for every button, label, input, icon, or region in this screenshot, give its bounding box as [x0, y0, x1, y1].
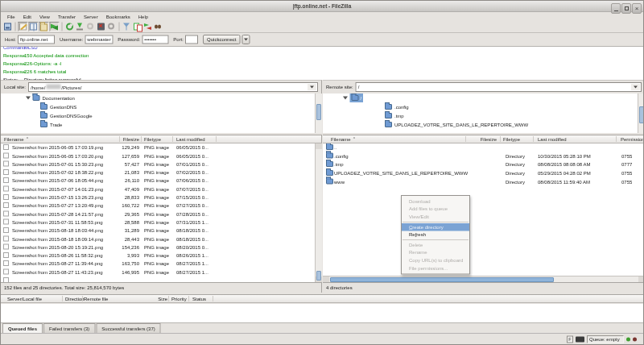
tree-item[interactable]: UPLOADEZ_VOTRE_SITE_DANS_LE_REPERTOIRE_W… — [323, 120, 644, 129]
port-input[interactable] — [185, 35, 198, 44]
folder-icon — [352, 95, 359, 101]
remote-tree-scrollbar[interactable] — [638, 94, 644, 133]
file-row[interactable]: Screenshot from 2015-08-20 15:19:21.png1… — [1, 243, 315, 251]
toggle-local-tree-button[interactable] — [29, 22, 39, 31]
menu-item-copy-url-s-to-clipboard[interactable]: Copy URL(s) to clipboard — [402, 256, 469, 264]
menu-item-download[interactable]: Download — [402, 197, 469, 206]
remote-file-list: ...configDirectory10/30/2015 05:28:10 PM… — [323, 143, 644, 276]
file-row[interactable]: UPLOADEZ_VOTRE_SITE_DANS_LE_REPERTOIRE_W… — [323, 169, 644, 177]
column-filesize[interactable]: Filesize — [452, 135, 497, 143]
file-row[interactable]: Screenshot from 2015-07-27 13:20:49.png1… — [1, 202, 315, 210]
file-row[interactable]: .. — [323, 143, 644, 152]
file-row[interactable]: Screenshot from 2015-07-06 18:05:44.png2… — [1, 177, 315, 185]
process-queue-button[interactable] — [76, 22, 85, 31]
column-filename[interactable]: Filename^ — [4, 135, 28, 144]
column-status[interactable]: Status — [192, 295, 206, 303]
column-filename[interactable]: Filename^ — [331, 135, 355, 144]
menu-edit[interactable]: Edit — [19, 12, 35, 21]
file-icon — [3, 236, 9, 242]
local-site-label: Local site: — [4, 85, 26, 90]
menu-item-delete[interactable]: Delete — [402, 241, 469, 249]
file-row[interactable]: Screenshot from 2015-06-05 17:03:19.png1… — [1, 143, 315, 152]
menu-server[interactable]: Server — [80, 12, 102, 21]
site-manager-button[interactable] — [3, 22, 13, 31]
file-row[interactable]: Screenshot from 2015-08-27 11:39:44.png1… — [1, 260, 315, 268]
file-row[interactable]: Screenshot from 2015-07-01 15:30:23.png5… — [1, 160, 315, 168]
file-row[interactable]: Screenshot from 2015-08-18 18:03:44.png3… — [1, 227, 315, 235]
file-icon — [3, 244, 9, 250]
disconnect-button[interactable] — [97, 22, 106, 31]
menu-transfer[interactable]: Transfer — [54, 12, 80, 21]
tree-item[interactable]: GestionDNSGoogle — [1, 111, 321, 120]
file-row[interactable] — [1, 276, 315, 282]
local-list-scrollbar[interactable] — [315, 143, 322, 282]
host-input[interactable]: ftp.online.net — [18, 35, 55, 44]
scroll-up-button[interactable] — [316, 143, 322, 149]
window-title: |ftp.online.net - FileZilla — [293, 3, 352, 10]
tree-item[interactable]: .config — [323, 102, 644, 111]
file-type: PNG image — [144, 202, 169, 210]
find-files-button[interactable] — [154, 22, 163, 31]
selected-tree-item: / — [350, 94, 364, 102]
menu-item-rename[interactable]: Rename — [402, 249, 469, 257]
column-size[interactable]: Size — [146, 295, 167, 303]
directory-comparison-button[interactable] — [133, 22, 142, 31]
toggle-transfer-queue-button[interactable] — [50, 22, 60, 31]
password-input[interactable]: ••••••• — [142, 35, 168, 44]
file-row[interactable]: Screenshot from 2015-07-02 18:38:22.png2… — [1, 168, 315, 177]
menu-bookmarks[interactable]: Bookmarks — [102, 12, 134, 21]
title-bar[interactable]: |ftp.online.net - FileZilla × — [1, 1, 643, 12]
tree-item[interactable]: Documentation — [1, 94, 321, 102]
file-row[interactable]: Screenshot from 2015-07-15 13:26:23.png2… — [1, 193, 315, 202]
menu-file[interactable]: File — [3, 12, 19, 21]
column-last-modified[interactable]: Last modified — [538, 135, 567, 143]
menu-item-create-directory[interactable]: Create directory — [402, 223, 469, 231]
menu-help[interactable]: Help — [134, 12, 152, 21]
file-row[interactable]: Screenshot from 2015-06-05 17:03:20.png1… — [1, 152, 315, 160]
tree-item[interactable]: .tmp — [323, 111, 644, 120]
file-size: 31,289 — [89, 227, 139, 235]
status-led-red — [633, 338, 637, 342]
column-last-modified[interactable]: Last modified — [176, 135, 205, 143]
file-row[interactable]: Screenshot from 2015-07-28 14:21:57.png2… — [1, 210, 315, 218]
column-filetype[interactable]: Filetype — [144, 135, 161, 143]
file-row[interactable]: Screenshot from 2015-07-07 14:01:23.png4… — [1, 185, 315, 193]
file-row[interactable]: wwwDirectory08/08/2015 11:59:40 AM0755 — [323, 178, 644, 186]
expander-icon[interactable] — [343, 97, 348, 100]
local-tree-scrollbar[interactable] — [315, 94, 322, 133]
file-row[interactable]: .tmpDirectory08/08/2015 08:08:08 AM0777 — [323, 160, 644, 168]
menu-item-refresh[interactable]: Refresh — [402, 231, 469, 239]
synchronized-browsing-button[interactable] — [143, 22, 153, 31]
column-filesize[interactable]: Filesize — [97, 135, 139, 143]
cancel-button[interactable] — [86, 22, 96, 31]
file-row[interactable]: .configDirectory10/30/2015 05:28:10 PM07… — [323, 152, 644, 160]
tree-item[interactable]: GestionDNS — [1, 102, 321, 111]
column-server-local-file[interactable]: Server/Local file — [7, 295, 42, 303]
filter-button[interactable] — [122, 22, 132, 31]
file-row[interactable]: Screenshot from 2015-07-31 11:58:53.png2… — [1, 218, 315, 227]
tree-item[interactable]: / — [323, 94, 644, 102]
menu-view[interactable]: View — [35, 12, 54, 21]
username-input[interactable]: webmaster — [85, 35, 113, 44]
quickconnect-dropdown-button[interactable] — [242, 35, 250, 44]
file-row[interactable]: Screenshot from 2015-08-18 18:09:14.png2… — [1, 235, 315, 243]
local-site-bar: Local site: /home//Pictures/ — [1, 80, 322, 94]
menu-item-file-permissions-[interactable]: File permissions... — [402, 264, 469, 272]
local-site-combo[interactable]: /home//Pictures/ — [28, 82, 318, 92]
refresh-button[interactable] — [65, 22, 75, 31]
toggle-remote-tree-button[interactable] — [39, 22, 49, 31]
column-filetype[interactable]: Filetype — [503, 135, 520, 143]
menu-item-add-files-to-queue[interactable]: Add files to queue — [402, 206, 469, 214]
expander-icon[interactable] — [26, 97, 31, 100]
tree-item[interactable]: Trade — [1, 120, 321, 129]
reconnect-button[interactable] — [107, 22, 117, 31]
toggle-message-log-button[interactable] — [19, 22, 28, 31]
column-priority[interactable]: Priority — [171, 295, 187, 303]
column-permissions[interactable]: Permissions — [621, 135, 644, 143]
column-remote-file[interactable]: Remote file — [84, 295, 108, 303]
file-row[interactable]: Screenshot from 2015-08-26 11:58:32.png3… — [1, 251, 315, 260]
remote-site-combo[interactable]: / — [356, 82, 642, 92]
quickconnect-button[interactable]: Quickconnect — [203, 35, 240, 44]
menu-item-view-edit[interactable]: View/Edit — [402, 213, 469, 221]
file-row[interactable]: Screenshot from 2015-08-27 11:43:23.png1… — [1, 268, 315, 276]
